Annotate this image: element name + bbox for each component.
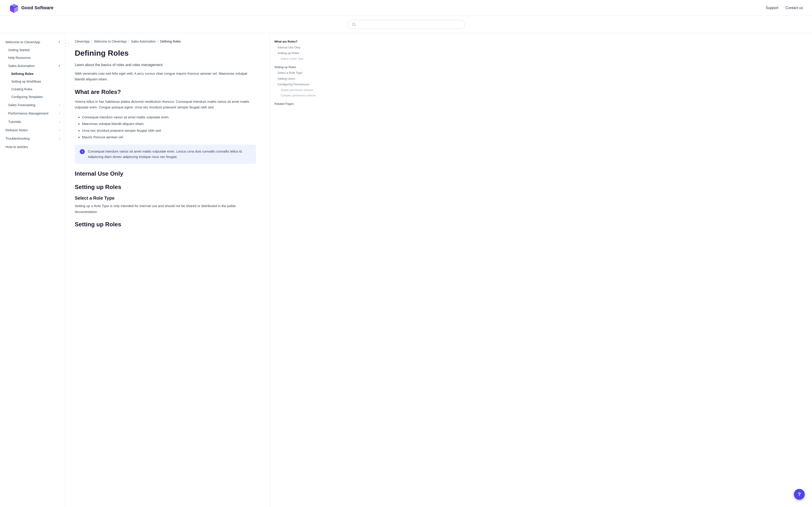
article-intro: Learn about the basics of roles and role… xyxy=(75,62,256,68)
sidebar-item-help-resources[interactable]: Help Resources xyxy=(0,54,65,62)
sidebar-item-troubleshooting[interactable]: Troubleshooting › xyxy=(0,134,65,143)
toc-item-select2[interactable]: Select a Role Type xyxy=(274,70,317,76)
toc-item-simple[interactable]: Simple permission scheme xyxy=(274,88,317,93)
support-link[interactable]: Support xyxy=(766,6,778,10)
header-nav: Support Contact us xyxy=(766,6,803,10)
main-content: CleverApp / Welcome to CleverApp / Sales… xyxy=(66,33,270,507)
breadcrumb-cleverapp[interactable]: CleverApp xyxy=(75,40,90,43)
article-body-1: Nibh venenatis cras sed felis eget velit… xyxy=(75,71,256,82)
sidebar: ‹ Welcome to CleverApp ▾ Getting Started… xyxy=(0,33,66,507)
info-box: i Consequat interdum varius sit amet mat… xyxy=(75,145,256,164)
chevron-right-icon-4: › xyxy=(59,128,60,132)
breadcrumb-sep-3: / xyxy=(157,40,158,43)
article-h2-internal: Internal Use Only xyxy=(75,170,256,177)
sidebar-item-sales-automation[interactable]: Sales Automation ▾ xyxy=(0,62,65,70)
breadcrumb: CleverApp / Welcome to CleverApp / Sales… xyxy=(75,40,256,43)
toc-item-adding[interactable]: Adding Users xyxy=(274,76,317,82)
help-fab-button[interactable]: ? xyxy=(794,489,805,500)
sidebar-item-welcome[interactable]: Welcome to CleverApp ▾ xyxy=(0,38,65,46)
list-item-2: Maecenas volutpat blandit aliquam etiam. xyxy=(82,121,256,127)
sidebar-item-setting-up-workflows[interactable]: Setting up Workflows xyxy=(0,78,65,85)
toc-panel: What are Roles? Internal Use Only Settin… xyxy=(270,33,322,507)
logo-icon xyxy=(9,3,19,13)
sidebar-item-release-notes[interactable]: Release Notes › xyxy=(0,126,65,134)
sidebar-item-creating-rules[interactable]: Creating Rules xyxy=(0,85,65,93)
breadcrumb-sales-automation[interactable]: Sales Automation xyxy=(131,40,156,43)
chevron-right-icon-2: › xyxy=(59,112,60,115)
svg-line-6 xyxy=(355,25,355,26)
header: Good Software Support Contact us xyxy=(0,0,812,16)
article-h2-what: What are Roles? xyxy=(75,89,256,96)
list-item-4: Mauris rhoncus aenean vel. xyxy=(82,134,256,140)
sidebar-item-configuring-templates[interactable]: Configuring Templates xyxy=(0,93,65,101)
chevron-down-icon: ▾ xyxy=(59,41,60,44)
logo-text: Good Software xyxy=(21,5,53,10)
sidebar-item-tutorials[interactable]: Tutorials › xyxy=(0,117,65,126)
sidebar-item-defining-roles[interactable]: Defining Roles xyxy=(0,70,65,78)
article-h2-setting2: Setting up Roles xyxy=(75,221,256,228)
chevron-down-icon-2: ▾ xyxy=(59,64,60,67)
article-title: Defining Roles xyxy=(75,49,256,57)
main-layout: ‹ Welcome to CleverApp ▾ Getting Started… xyxy=(0,33,812,507)
search-input[interactable] xyxy=(358,23,460,26)
toc-item-related[interactable]: Related Pages xyxy=(274,101,317,107)
sidebar-item-getting-started[interactable]: Getting Started xyxy=(0,46,65,54)
article-h3-select: Select a Role Type xyxy=(75,195,256,201)
toc-item-complex[interactable]: Complex permission scheme xyxy=(274,93,317,98)
toc-item-setting1[interactable]: Setting up Roles xyxy=(274,50,317,56)
list-item-1: Consequat interdum varius sit amet matti… xyxy=(82,114,256,120)
info-box-text: Consequat interdum varius sit amet matti… xyxy=(88,149,251,160)
sidebar-item-performance-management[interactable]: Performance Management › xyxy=(0,109,65,117)
article-body-2: Viverra tellus in hac habitasse platea d… xyxy=(75,99,256,110)
search-container xyxy=(0,16,812,33)
search-box xyxy=(347,20,465,29)
toc-item-internal[interactable]: Internal Use Only xyxy=(274,45,317,51)
toc-item-what[interactable]: What are Roles? xyxy=(274,39,317,45)
breadcrumb-current: Defining Roles xyxy=(160,40,181,43)
article-list: Consequat interdum varius sit amet matti… xyxy=(75,114,256,140)
sidebar-item-how-to-articles[interactable]: How-to articles xyxy=(0,143,65,151)
toc-item-select1[interactable]: Select a Role Type xyxy=(274,56,317,62)
chevron-right-icon-1: › xyxy=(59,103,60,107)
logo-area: Good Software xyxy=(9,3,53,13)
toc-item-configuring[interactable]: Configuring Permissions xyxy=(274,81,317,88)
article-h2-setting: Setting up Roles xyxy=(75,183,256,190)
breadcrumb-sep-1: / xyxy=(91,40,92,43)
sidebar-item-sales-forecasting[interactable]: Sales Forecasting › xyxy=(0,101,65,109)
chevron-right-icon-3: › xyxy=(59,120,60,123)
chevron-right-icon-5: › xyxy=(59,137,60,140)
breadcrumb-welcome[interactable]: Welcome to CleverApp xyxy=(94,40,126,43)
info-icon: i xyxy=(80,149,85,154)
sidebar-toggle[interactable]: ‹ xyxy=(62,40,69,46)
article-body-3: Setting up a Role Type is only intended … xyxy=(75,203,256,215)
contact-link[interactable]: Contact us xyxy=(786,6,803,10)
search-icon xyxy=(352,22,356,26)
list-item-3: Urna nec tincidunt praesent semper feugi… xyxy=(82,128,256,133)
breadcrumb-sep-2: / xyxy=(128,40,129,43)
toc-item-setting2[interactable]: Setting up Roles xyxy=(274,64,317,70)
